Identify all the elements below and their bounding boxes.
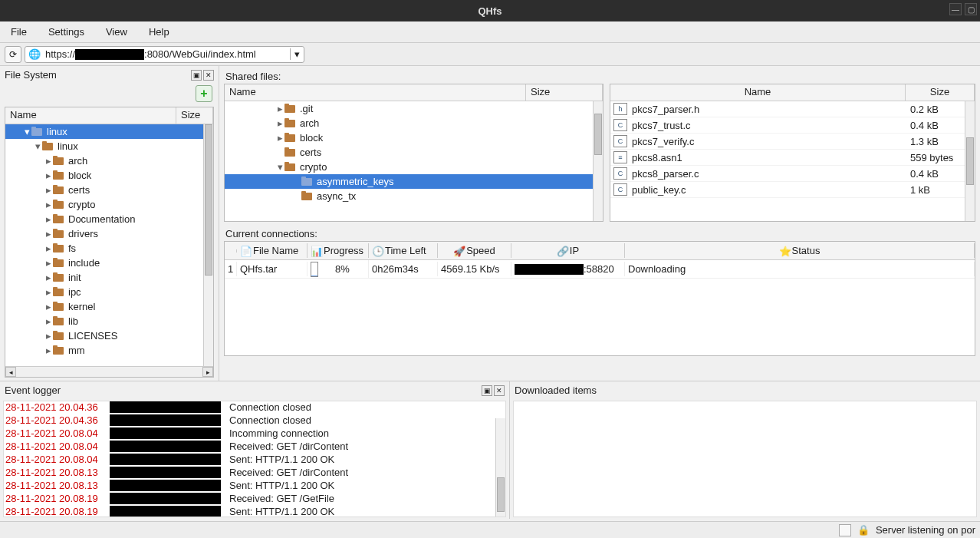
maximize-button[interactable]: ▢ xyxy=(965,3,977,15)
downloaded-items-list[interactable] xyxy=(513,401,977,517)
titlebar: QHfs — ▢ xyxy=(0,0,980,21)
menu-file[interactable]: File xyxy=(8,25,30,39)
fs-tree-row[interactable]: ▸arch xyxy=(5,153,213,168)
fs-tree-row[interactable]: ▸mm xyxy=(5,343,213,358)
link-icon: 🔗 xyxy=(557,246,567,256)
fs-tree-row[interactable]: ▸init xyxy=(5,270,213,285)
menu-help[interactable]: Help xyxy=(146,25,173,39)
shared-tree-row[interactable]: ▸arch xyxy=(225,116,603,130)
fs-tree-row[interactable]: ▾linux xyxy=(5,124,213,139)
conn-col-file[interactable]: 📄File Name xyxy=(237,243,307,258)
file-icon: 📄 xyxy=(240,246,251,256)
file-row[interactable]: hpkcs7_parser.h0.2 kB xyxy=(610,101,975,117)
filetype-icon: C xyxy=(613,183,627,196)
fs-tree-row[interactable]: ▸fs xyxy=(5,241,213,256)
fs-vscroll[interactable] xyxy=(203,124,213,377)
shared-tree-row[interactable]: ▾crypto xyxy=(225,160,603,174)
shared-tree-row[interactable]: asymmetric_keys xyxy=(225,174,603,189)
fs-tree-row[interactable]: ▸Documentation xyxy=(5,212,213,226)
file-table[interactable]: Name Size hpkcs7_parser.h0.2 kBCpkcs7_tr… xyxy=(610,84,975,222)
file-system-title: File System xyxy=(5,69,57,81)
minimize-button[interactable]: — xyxy=(949,3,962,15)
shared-tree-row[interactable]: ▸.git xyxy=(225,101,603,116)
progress-bar xyxy=(311,262,318,277)
fs-col-name[interactable]: Name xyxy=(5,107,176,124)
fs-tree-row[interactable]: ▸include xyxy=(5,256,213,270)
log-row: 28-11-2021 20.08.19Received: GET /GetFil… xyxy=(4,493,505,506)
file-row[interactable]: Cpublic_key.c1 kB xyxy=(610,182,975,198)
add-share-button[interactable]: + xyxy=(196,85,212,102)
file-system-panel: File System ▣ ✕ + Name Size ▾linux▾linux… xyxy=(0,66,219,381)
url-dropdown-icon[interactable]: ▾ xyxy=(290,48,304,60)
conn-col-progress[interactable]: 📊Progress xyxy=(307,243,369,258)
event-logger-title: Event logger xyxy=(5,385,61,396)
refresh-button[interactable]: ⟳ xyxy=(5,46,21,63)
window-title: QHfs xyxy=(478,5,502,17)
toolbar: ⟳ 🌐 https://:8080/WebGui/index.html ▾ xyxy=(0,43,980,66)
files-vscroll[interactable] xyxy=(965,101,975,221)
fs-tree-row[interactable]: ▸ipc xyxy=(5,285,213,299)
file-system-tree[interactable]: Name Size ▾linux▾linux▸arch▸block▸certs▸… xyxy=(5,107,214,378)
log-row: 28-11-2021 20.08.04Incomming connection xyxy=(4,427,505,441)
event-log-list[interactable]: 28-11-2021 20.04.36Connection closed28-1… xyxy=(3,401,506,517)
url-redacted-host xyxy=(75,49,144,60)
shared-tree-row[interactable]: ▸block xyxy=(225,130,603,145)
status-text: Server listening on por xyxy=(876,524,975,536)
fs-tree-row[interactable]: ▾linux xyxy=(5,139,213,153)
fs-col-size[interactable]: Size xyxy=(176,107,213,124)
statusbar: 🔒 Server listening on por xyxy=(0,521,980,538)
star-icon: ⭐ xyxy=(779,246,790,256)
hscroll-track[interactable] xyxy=(16,367,202,377)
fs-tree-row[interactable]: ▸certs xyxy=(5,183,213,197)
fs-tree-row[interactable]: ▸block xyxy=(5,168,213,183)
log-row: 28-11-2021 20.04.36Connection closed xyxy=(4,401,505,414)
shared-tree[interactable]: Name Size ▸.git▸arch▸blockcerts▾cryptoas… xyxy=(224,84,603,222)
fs-tree-row[interactable]: ▸lib xyxy=(5,314,213,328)
url-text: https://:8080/WebGui/index.html xyxy=(44,48,290,61)
conn-col-timeleft[interactable]: 🕒Time Left xyxy=(369,243,438,258)
clock-icon: 🕒 xyxy=(372,246,383,256)
conn-col-speed[interactable]: 🚀Speed xyxy=(438,243,511,258)
lock-icon[interactable]: 🔒 xyxy=(857,524,870,536)
fs-tree-row[interactable]: ▸kernel xyxy=(5,299,213,314)
filetype-icon: C xyxy=(613,135,627,147)
filetype-icon: h xyxy=(613,103,627,115)
fs-tree-row[interactable]: ▸drivers xyxy=(5,226,213,241)
evlog-detach-button[interactable]: ▣ xyxy=(482,385,492,396)
status-icon-1[interactable] xyxy=(839,524,851,536)
evlog-vscroll[interactable] xyxy=(495,418,505,517)
shared-vscroll[interactable] xyxy=(593,101,603,221)
panel-detach-button[interactable]: ▣ xyxy=(191,70,202,81)
file-row[interactable]: Cpkcs7_trust.c0.4 kB xyxy=(610,117,975,134)
downloaded-items-panel: Downloaded items xyxy=(510,381,980,519)
url-combobox[interactable]: 🌐 https://:8080/WebGui/index.html ▾ xyxy=(25,46,304,63)
log-row: 28-11-2021 20.04.36Connection closed xyxy=(4,414,505,427)
fs-tree-row[interactable]: ▸LICENSES xyxy=(5,328,213,343)
file-row[interactable]: Cpkcs7_verify.c1.3 kB xyxy=(610,134,975,150)
file-row[interactable]: Cpkcs8_parser.c0.4 kB xyxy=(610,166,975,182)
file-row[interactable]: ≡pkcs8.asn1559 bytes xyxy=(610,150,975,166)
log-row: 28-11-2021 20.08.19Sent: HTTP/1.1 200 OK xyxy=(4,506,505,517)
hscroll-right[interactable]: ▸ xyxy=(202,367,213,377)
connections-table: 📄File Name 📊Progress 🕒Time Left 🚀Speed 🔗… xyxy=(224,241,975,356)
shared-tree-row[interactable]: async_tx xyxy=(225,189,603,203)
panel-close-button[interactable]: ✕ xyxy=(203,70,214,81)
ip-redacted xyxy=(515,264,584,275)
rocket-icon: 🚀 xyxy=(453,246,464,256)
shared-col-size[interactable]: Size xyxy=(526,84,603,101)
menu-view[interactable]: View xyxy=(103,25,130,39)
log-row: 28-11-2021 20.08.13Sent: HTTP/1.1 200 OK xyxy=(4,480,505,493)
conn-col-num[interactable] xyxy=(225,249,237,252)
menu-settings[interactable]: Settings xyxy=(45,25,87,39)
files-col-name[interactable]: Name xyxy=(610,84,906,101)
conn-col-status[interactable]: ⭐Status xyxy=(625,243,975,258)
evlog-close-button[interactable]: ✕ xyxy=(494,385,505,396)
shared-tree-row[interactable]: certs xyxy=(225,145,603,160)
filetype-icon: ≡ xyxy=(613,151,627,163)
fs-tree-row[interactable]: ▸crypto xyxy=(5,197,213,212)
connection-row[interactable]: 1 QHfs.tar 8% 0h26m34s 4569.15 Kb/s :588… xyxy=(225,260,975,279)
conn-col-ip[interactable]: 🔗IP xyxy=(511,243,625,258)
shared-col-name[interactable]: Name xyxy=(225,84,526,101)
hscroll-left[interactable]: ◂ xyxy=(5,367,16,377)
files-col-size[interactable]: Size xyxy=(906,84,975,101)
